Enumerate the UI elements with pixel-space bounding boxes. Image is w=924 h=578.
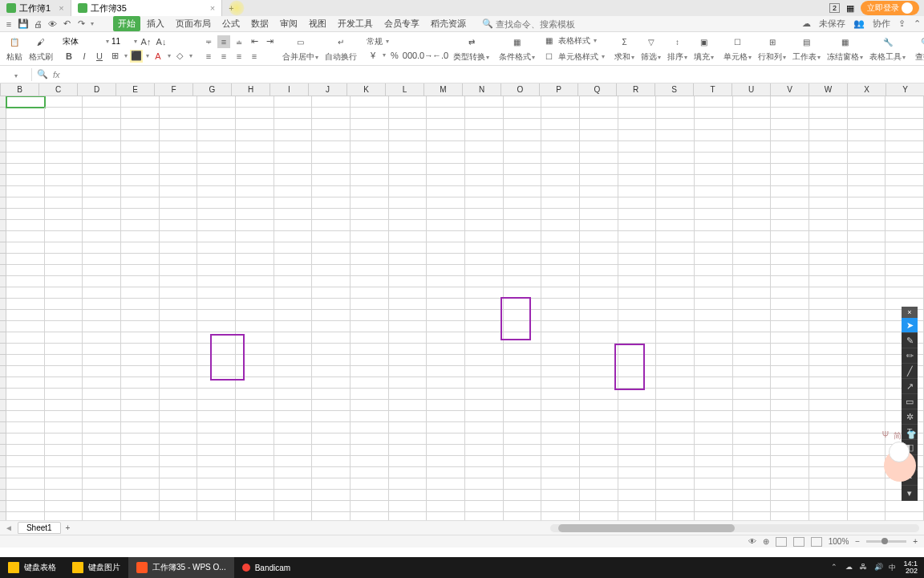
chevron-down-icon[interactable]: ▾	[902, 486, 918, 501]
shape-rectangle-2[interactable]	[500, 297, 531, 340]
dec-inc-icon[interactable]: .0→	[419, 49, 432, 62]
menu-icon[interactable]: ≡	[3, 18, 14, 30]
zoom-out-button[interactable]: −	[855, 537, 860, 546]
convert-group[interactable]: ⇄ 类型转换▾	[450, 32, 492, 65]
col-header-D[interactable]: D	[78, 83, 116, 96]
bold-button[interactable]: B	[63, 50, 75, 63]
clear-format-button[interactable]: ◇	[173, 50, 186, 63]
view-normal-button[interactable]	[776, 537, 787, 547]
col-header-S[interactable]: S	[655, 83, 694, 96]
sheet-tab[interactable]: Sheet1	[18, 522, 61, 534]
tab-start[interactable]: 开始	[113, 16, 140, 31]
col-header-T[interactable]: T	[694, 83, 732, 96]
col-header-V[interactable]: V	[771, 83, 809, 96]
fx-icon[interactable]: fx	[53, 70, 60, 79]
col-header-E[interactable]: E	[116, 83, 155, 96]
percent-icon[interactable]: %	[388, 49, 401, 62]
paste-group[interactable]: 📋 粘贴	[3, 32, 26, 65]
zoom-icon[interactable]: 🔍	[37, 69, 48, 79]
tab-review[interactable]: 审阅	[275, 16, 302, 31]
redo-icon[interactable]: ↷	[75, 18, 87, 30]
find-group[interactable]: 🔍查找▾	[912, 32, 924, 65]
shape-rectangle-1[interactable]	[210, 334, 245, 381]
style-icon[interactable]: ▦	[541, 34, 556, 48]
tab-data[interactable]: 数据	[246, 16, 274, 31]
tab-vip[interactable]: 会员专享	[379, 16, 424, 31]
col-header-U[interactable]: U	[732, 83, 771, 96]
col-header-K[interactable]: K	[347, 83, 386, 96]
close-icon[interactable]: ×	[902, 307, 918, 318]
col-header-O[interactable]: O	[501, 83, 540, 96]
increase-font-icon[interactable]: A↑	[140, 35, 152, 48]
col-header-P[interactable]: P	[540, 83, 578, 96]
horizontal-scrollbar[interactable]	[550, 524, 919, 532]
freeze-group[interactable]: ▦冻结窗格▾	[824, 32, 866, 65]
col-header-G[interactable]: G	[193, 83, 232, 96]
highlighter-tool[interactable]: ✏	[902, 348, 918, 364]
stamp-tool[interactable]: ✲	[902, 409, 918, 425]
tray-sound-icon[interactable]: 🔊	[874, 563, 884, 572]
save-icon[interactable]: 💾	[18, 18, 29, 30]
grid-area[interactable]: × ➤ ✎ ✏ ╱ ↗ ▭ ✲ T ◧ ▣ − ▾ Ψ 简 👕	[0, 96, 924, 520]
fill-color-button[interactable]: ⬛	[130, 50, 143, 63]
col-header-B[interactable]: B	[1, 83, 39, 96]
align-left-icon[interactable]: ≡	[202, 50, 215, 63]
cloud-icon[interactable]: ☁	[802, 18, 811, 29]
indent-inc-icon[interactable]: ⇥	[263, 35, 276, 48]
print-icon[interactable]: 🖨	[32, 18, 43, 30]
taskbar-folder-2[interactable]: 键盘图片	[64, 557, 128, 578]
close-icon[interactable]: ×	[210, 3, 215, 13]
login-button[interactable]: 立即登录	[861, 1, 919, 15]
tab-view[interactable]: 视图	[304, 16, 331, 31]
format-painter-group[interactable]: 🖌 格式刷	[26, 32, 56, 65]
tray-network-icon[interactable]: 🖧	[860, 563, 869, 572]
sheet-nav-prev[interactable]: ◄	[5, 523, 13, 532]
col-header-C[interactable]: C	[39, 83, 78, 96]
col-header-H[interactable]: H	[232, 83, 270, 96]
sheet-group[interactable]: ▤工作表▾	[789, 32, 824, 65]
mascot-icon-2[interactable]: 简	[894, 430, 902, 442]
add-sheet-button[interactable]: +	[66, 523, 71, 532]
align-top-icon[interactable]: ⫧	[202, 35, 215, 48]
rect-tool[interactable]: ▭	[902, 394, 918, 409]
col-header-J[interactable]: J	[309, 83, 347, 96]
merge-group[interactable]: ▭ 合并居中▾	[279, 32, 322, 65]
tools-group[interactable]: 🔧表格工具▾	[866, 32, 909, 65]
align-right-icon[interactable]: ≡	[233, 50, 245, 63]
underline-button[interactable]: U	[93, 50, 106, 63]
zoom-in-button[interactable]: +	[913, 537, 918, 546]
arrow-tool[interactable]: ↗	[902, 379, 918, 394]
align-bottom-icon[interactable]: ⫨	[233, 35, 245, 48]
col-header-R[interactable]: R	[617, 83, 655, 96]
align-center-icon[interactable]: ≡	[217, 50, 230, 63]
tab-dev[interactable]: 开发工具	[333, 16, 378, 31]
taskbar-folder-1[interactable]: 键盘表格	[0, 557, 64, 578]
col-header-Y[interactable]: Y	[886, 83, 924, 96]
window-icon[interactable]: 2	[829, 3, 840, 13]
tray-cloud-icon[interactable]: ☁	[845, 563, 855, 572]
doc-tab-1[interactable]: 工作簿1 ×	[0, 0, 71, 16]
fill-group[interactable]: ▣填充▾	[691, 32, 717, 65]
sum-group[interactable]: Σ求和▾	[611, 32, 638, 65]
new-tab-button[interactable]: +	[222, 3, 240, 13]
filter-group[interactable]: ▽筛选▾	[638, 32, 664, 65]
italic-button[interactable]: I	[78, 50, 91, 63]
col-header-N[interactable]: N	[463, 83, 501, 96]
tab-resource[interactable]: 稻壳资源	[426, 16, 471, 31]
rowcol-group[interactable]: ⊞行和列▾	[755, 32, 789, 65]
preview-icon[interactable]: 👁	[47, 18, 58, 30]
cell-style-icon[interactable]: ☐	[541, 50, 556, 64]
col-header-X[interactable]: X	[848, 83, 886, 96]
eye-icon[interactable]: 👁	[748, 537, 756, 546]
mascot-icon-1[interactable]: Ψ	[882, 430, 889, 442]
currency-icon[interactable]: ¥	[367, 49, 379, 62]
close-icon[interactable]: ×	[59, 3, 63, 13]
cell-group[interactable]: ☐单元格▾	[720, 32, 755, 65]
search-input[interactable]	[496, 19, 576, 29]
align-justify-icon[interactable]: ≡	[248, 50, 261, 63]
pen-tool[interactable]: ✎	[902, 333, 918, 348]
border-button[interactable]: ⊞	[108, 50, 121, 63]
formula-input[interactable]	[65, 68, 919, 80]
dec-dec-icon[interactable]: ←.0	[434, 49, 447, 62]
mascot-icon-3[interactable]: 👕	[906, 430, 916, 442]
